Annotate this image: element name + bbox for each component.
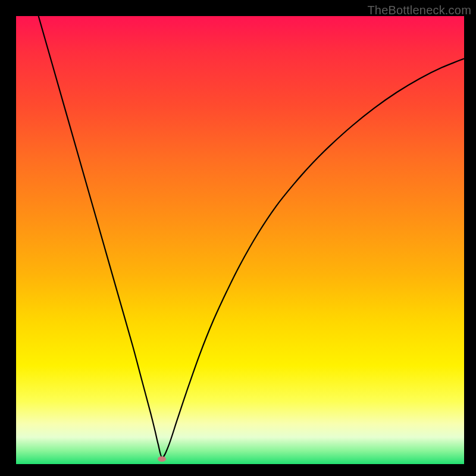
chart-frame: TheBottleneck.com [0, 0, 476, 476]
plot-area [16, 16, 464, 464]
watermark-text: TheBottleneck.com [367, 4, 471, 17]
